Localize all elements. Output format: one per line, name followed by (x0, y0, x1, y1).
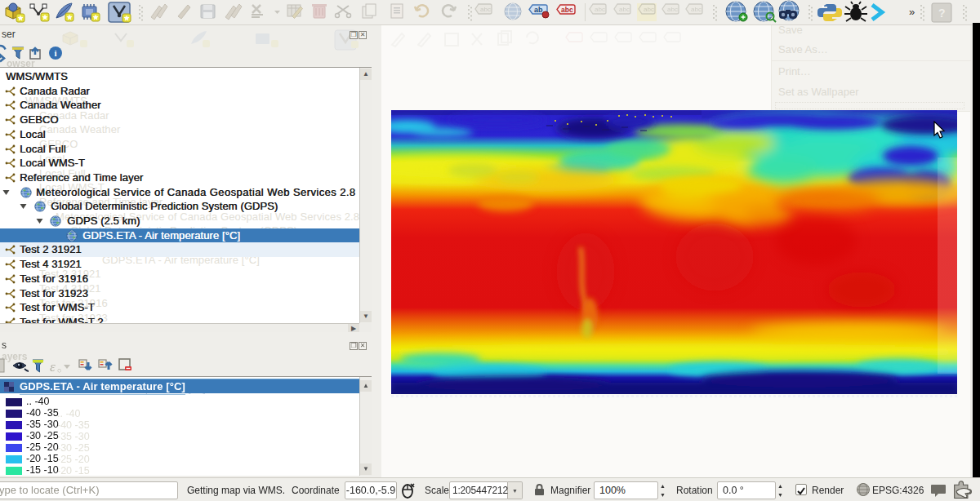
svg-text:i: i (54, 48, 56, 58)
svg-text:abc: abc (644, 6, 654, 13)
svg-text:abc: abc (667, 6, 678, 13)
svg-text:abc: abc (480, 6, 491, 13)
svg-text:»: » (909, 6, 915, 18)
svg-text:abc: abc (619, 6, 630, 13)
svg-text:?: ? (938, 7, 946, 20)
svg-text:ε: ε (50, 359, 56, 375)
svg-text:○: ○ (57, 366, 61, 375)
svg-text:ab: ab (534, 6, 543, 14)
svg-text:abc: abc (691, 6, 702, 13)
svg-text:abc: abc (595, 6, 605, 13)
svg-text:abc: abc (561, 6, 573, 14)
